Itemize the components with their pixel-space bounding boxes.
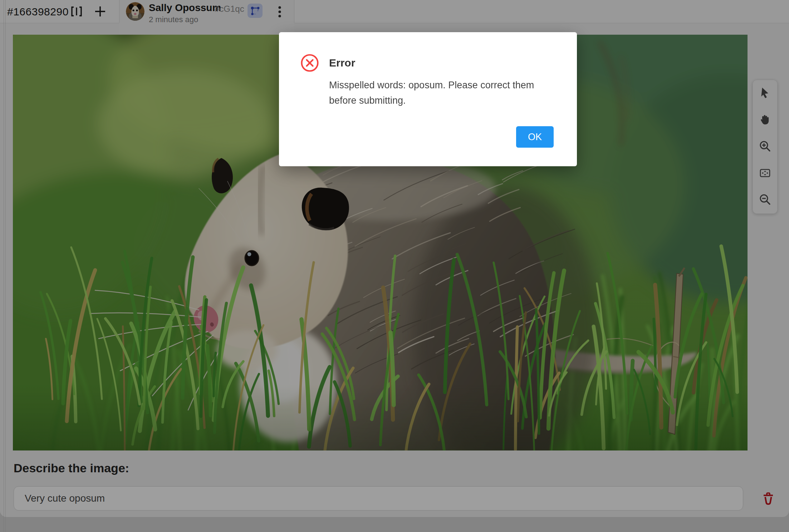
dialog-message: Misspelled words: oposum. Please correct… xyxy=(329,78,561,108)
ok-button[interactable]: OK xyxy=(516,126,554,148)
error-dialog: Error Misspelled words: oposum. Please c… xyxy=(279,32,577,166)
app-window: #166398290 xyxy=(0,0,789,532)
dialog-title: Error xyxy=(329,54,355,72)
error-circle-x-icon xyxy=(300,54,319,72)
